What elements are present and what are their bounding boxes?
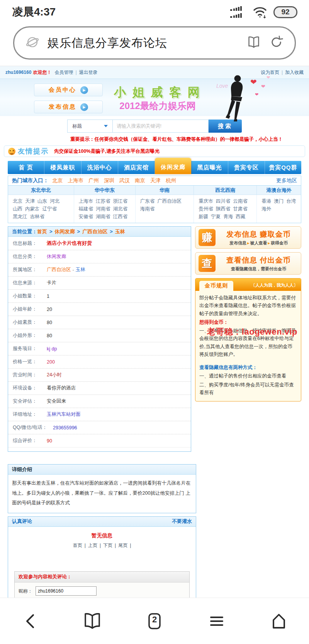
- breadcrumb-link[interactable]: 休闲发廊: [55, 228, 75, 235]
- nickname-input[interactable]: [36, 586, 97, 596]
- refresh-icon[interactable]: [269, 35, 284, 51]
- member-center-button[interactable]: 会员中心 ▶: [34, 84, 103, 96]
- pager-next[interactable]: 下页: [103, 543, 112, 548]
- info-label: 安全评估：: [13, 398, 47, 405]
- region-link[interactable]: 青海: [223, 213, 233, 220]
- nav-item-vip-zone[interactable]: 贵宾专区: [228, 161, 265, 174]
- region-link[interactable]: 黑龙江: [13, 213, 27, 220]
- breadcrumb-separator: >: [77, 229, 80, 234]
- username-link[interactable]: zhu1696160: [5, 70, 31, 75]
- region-link[interactable]: 山东: [37, 197, 47, 205]
- logout-link[interactable]: 退出登录: [79, 69, 98, 76]
- region-link[interactable]: 新疆: [199, 213, 208, 220]
- set-homepage-link[interactable]: 设为首页: [261, 69, 279, 76]
- search-field-select[interactable]: 标题: [67, 120, 113, 133]
- pay-coins-banner[interactable]: 查 查看信息 付出金币 查看隐藏信息，需要付出金币: [195, 252, 301, 275]
- tabs-button[interactable]: 2: [144, 611, 165, 631]
- region-link[interactable]: 上海市: [79, 197, 93, 205]
- region-col-header: 港澳台海外: [257, 186, 301, 195]
- region-link[interactable]: 安徽省: [79, 213, 93, 220]
- region-link[interactable]: 河南省: [96, 205, 110, 213]
- region-link[interactable]: 广西自治区: [47, 266, 71, 273]
- region-link[interactable]: 湖南省: [96, 213, 110, 220]
- region-link[interactable]: 澳门: [274, 197, 284, 205]
- earn-subtitle: 发布信息▸被人查看▸获得金币: [219, 240, 298, 246]
- breadcrumb-link[interactable]: 广西自治区: [82, 228, 107, 235]
- region-col: 香港澳门台湾海外: [257, 195, 301, 223]
- info-row-rating: 综合评价： 90: [8, 434, 191, 448]
- pager-last[interactable]: 尾页: [118, 543, 127, 548]
- info-value[interactable]: 休闲发廊: [47, 253, 66, 260]
- city-link[interactable]: 深圳: [104, 177, 114, 184]
- pager-prev[interactable]: 上页: [88, 543, 97, 548]
- city-link[interactable]: 广州: [88, 177, 99, 184]
- region-link[interactable]: 台湾: [286, 197, 296, 205]
- region-link[interactable]: 海外: [261, 205, 271, 213]
- region-link[interactable]: 吉林省: [30, 213, 45, 220]
- region-link[interactable]: 河北: [50, 197, 59, 205]
- region-link[interactable]: 香港: [261, 197, 271, 205]
- city-link[interactable]: 北京: [53, 177, 63, 184]
- info-label: 综合评价：: [13, 437, 47, 444]
- nav-item-leisure-active[interactable]: 休闲发廊: [155, 158, 191, 174]
- earn-coins-banner[interactable]: 赚 发布信息 赚取金币 发布信息▸被人查看▸获得金币: [195, 226, 301, 249]
- tab-count: 2: [144, 615, 165, 625]
- region-link[interactable]: 广东省: [140, 197, 155, 205]
- region-link[interactable]: 陕西省: [216, 205, 231, 213]
- region-link[interactable]: 江苏省: [96, 197, 110, 205]
- rules-view-title: 查看隐藏信息有两种方式：: [199, 364, 297, 371]
- region-link[interactable]: 浙江省: [113, 197, 128, 205]
- region-link[interactable]: 山西: [13, 205, 22, 213]
- region-link[interactable]: 内蒙古: [25, 205, 40, 213]
- region-link[interactable]: 西藏: [236, 213, 245, 220]
- city-link[interactable]: 天津: [150, 177, 161, 184]
- info-row-hours: 营业时间： 24小时: [8, 369, 191, 382]
- region-link[interactable]: 天津: [25, 197, 35, 205]
- region-link[interactable]: 江西省: [113, 213, 128, 220]
- breadcrumb-link[interactable]: 玉林: [115, 228, 125, 235]
- region-link[interactable]: 北京: [13, 197, 22, 205]
- city-link[interactable]: 杭州: [166, 177, 176, 184]
- more-regions-link[interactable]: 更多地区: [276, 177, 297, 184]
- nav-item-home[interactable]: 首 页: [8, 161, 44, 174]
- info-label: 信息来源：: [13, 280, 47, 286]
- url-field[interactable]: 娱乐信息分享发布论坛: [13, 26, 296, 60]
- info-row-region: 所属地区： 广西自治区 - 玉林: [8, 263, 191, 277]
- home-button[interactable]: [269, 611, 289, 631]
- nav-item-expose[interactable]: 黑店曝光: [191, 161, 228, 174]
- region-link[interactable]: 湖北省: [113, 205, 128, 213]
- nav-item-hotel[interactable]: 酒店宾馆: [118, 161, 155, 174]
- breadcrumb-link[interactable]: 首页: [37, 228, 47, 235]
- add-favorite-link[interactable]: 加入收藏: [285, 69, 304, 76]
- city-link[interactable]: 南京: [135, 177, 145, 184]
- region-link[interactable]: 辽宁省: [42, 205, 57, 213]
- nav-item-loufeng[interactable]: 楼凤兼职: [44, 161, 81, 174]
- region-link[interactable]: 宁夏: [211, 213, 221, 220]
- region-link[interactable]: 四川省: [216, 197, 231, 205]
- region-link[interactable]: 广西自治区: [157, 197, 182, 205]
- region-link[interactable]: 甘肃省: [233, 205, 248, 213]
- region-link[interactable]: 重庆市: [199, 197, 213, 205]
- region-col: 北京天津山东河北山西内蒙古辽宁省黑龙江吉林省: [8, 195, 74, 223]
- city-link[interactable]: 上海市: [68, 177, 84, 184]
- bookmark-book-icon[interactable]: [246, 34, 261, 51]
- info-value: 看你开的酒店: [47, 385, 76, 391]
- region-link[interactable]: 海南省: [140, 205, 155, 213]
- member-manage-link[interactable]: 会员管理: [54, 69, 73, 76]
- bookmarks-button[interactable]: [82, 611, 102, 631]
- city-link[interactable]: 武汉: [119, 177, 130, 184]
- menu-button[interactable]: [207, 611, 227, 631]
- info-row-source: 信息来源： 卡片: [8, 277, 191, 290]
- region-link[interactable]: 福建省: [79, 205, 93, 213]
- search-input[interactable]: [113, 120, 209, 133]
- nav-item-bath[interactable]: 洗浴中心: [81, 161, 118, 174]
- city-link[interactable]: 玉林: [76, 266, 85, 273]
- nav-item-vip-qq[interactable]: 贵宾QQ群: [265, 161, 301, 174]
- info-label: 小姐年龄：: [13, 306, 47, 313]
- region-link[interactable]: 贵州省: [199, 205, 213, 213]
- region-link[interactable]: 云南省: [233, 197, 248, 205]
- post-info-button[interactable]: 发布信息 ▶: [34, 101, 103, 113]
- pager-first[interactable]: 首页: [73, 543, 82, 548]
- info-value: 卡片: [47, 280, 56, 286]
- back-button[interactable]: [20, 611, 40, 631]
